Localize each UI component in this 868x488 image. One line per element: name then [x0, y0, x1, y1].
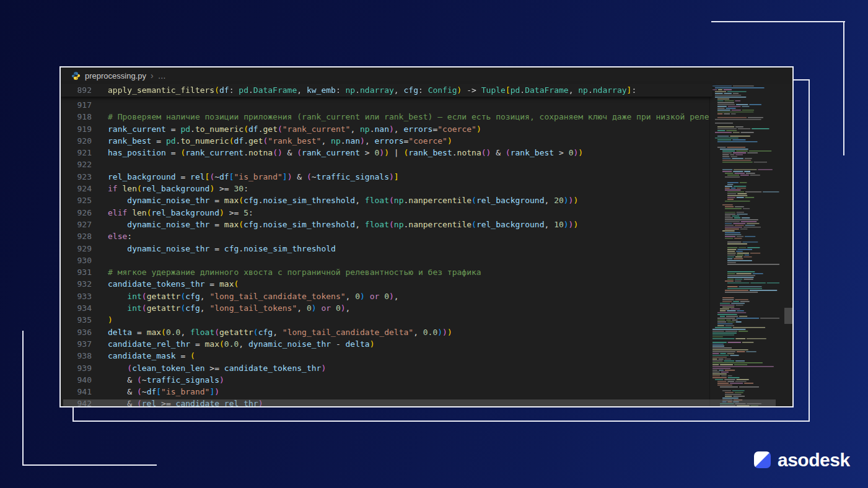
code-line[interactable]: 921has_position = (rank_current.notna() … [61, 147, 710, 159]
code-line-text: rel_background = rel[(~df["is_brand"]) &… [108, 171, 399, 183]
python-file-icon [71, 71, 81, 81]
code-line[interactable]: 933 int(getattr(cfg, "long_tail_candidat… [61, 290, 710, 302]
line-number[interactable]: 926 [61, 207, 108, 219]
line-number[interactable]: 917 [61, 99, 108, 111]
line-number[interactable]: 941 [61, 386, 108, 398]
line-number[interactable]: 922 [61, 159, 108, 170]
line-number[interactable]: 940 [61, 374, 108, 386]
line-number[interactable]: 930 [61, 255, 108, 266]
line-number[interactable]: 937 [61, 338, 108, 350]
code-line-text: dynamic_noise_thr = max(cfg.noise_sim_th… [108, 219, 578, 230]
code-line[interactable]: 937candidate_rel_thr = max(0.0, dynamic_… [61, 338, 710, 350]
code-line-text: dynamic_noise_thr = max(cfg.noise_sim_th… [108, 194, 578, 206]
code-line-text: candidate_tokens_thr = max( [108, 278, 239, 290]
code-editor-window: preprocessing.py › … 892 apply_semantic_… [59, 66, 794, 407]
code-line[interactable]: 935) [61, 314, 710, 326]
code-line[interactable]: 934 int(getattr(cfg, "long_tail_tokens",… [61, 302, 710, 314]
code-line-text: dynamic_noise_thr = cfg.noise_sim_thresh… [108, 243, 336, 255]
decorative-line-bottom-left-vertical [22, 331, 24, 466]
asodesk-logo: asodesk [754, 451, 850, 468]
code-line[interactable]: 938candidate_mask = ( [61, 350, 710, 362]
page-background: preprocessing.py › … 892 apply_semantic_… [0, 0, 868, 488]
code-line[interactable]: 923rel_background = rel[(~df["is_brand"]… [61, 171, 710, 183]
line-number[interactable]: 931 [61, 266, 108, 278]
line-number[interactable]: 892 [61, 84, 108, 97]
line-number[interactable]: 925 [61, 194, 108, 206]
code-line[interactable]: 926elif len(rel_background) >= 5: [61, 207, 710, 219]
code-line[interactable]: 939 (clean_token_len >= candidate_tokens… [61, 362, 710, 374]
code-line-text: if len(rel_background) >= 30: [108, 183, 248, 194]
code-line-text: (clean_token_len >= candidate_tokens_thr… [108, 362, 326, 374]
code-line-text: rank_current = pd.to_numeric(df.get("ran… [108, 123, 481, 135]
code-line-text: # мягкое удержание длинного хвоста с пог… [108, 266, 481, 278]
vertical-scrollbar-thumb[interactable] [784, 308, 792, 324]
decorative-line-bottom-left-horizontal [22, 464, 157, 466]
line-number[interactable]: 934 [61, 302, 108, 314]
line-number[interactable]: 927 [61, 219, 108, 230]
code-line-text: else: [108, 230, 132, 242]
chevron-right-icon: › [151, 71, 154, 81]
line-number[interactable]: 919 [61, 123, 108, 135]
line-number[interactable]: 918 [61, 111, 108, 123]
code-line[interactable]: 941 & (~df["is_brand"]) [61, 386, 710, 398]
code-line[interactable]: 924if len(rel_background) >= 30: [61, 183, 710, 194]
line-number[interactable]: 921 [61, 147, 108, 159]
code-line[interactable]: 919rank_current = pd.to_numeric(df.get("… [61, 123, 710, 135]
code-line[interactable]: 931# мягкое удержание длинного хвоста с … [61, 266, 710, 278]
code-line[interactable]: 932candidate_tokens_thr = max( [61, 278, 710, 290]
code-line[interactable]: 928else: [61, 230, 710, 242]
code-line-text: # Проверяем наличие позиции приложения (… [108, 111, 710, 123]
code-line[interactable]: 927 dynamic_noise_thr = max(cfg.noise_si… [61, 219, 710, 230]
asodesk-logo-icon [754, 451, 771, 468]
code-line[interactable]: 920rank_best = pd.to_numeric(df.get("ran… [61, 135, 710, 147]
code-line[interactable]: 930 [61, 255, 710, 266]
code-line-text: ) [108, 314, 113, 326]
decorative-line-top-right-vertical [843, 21, 844, 155]
horizontal-scrollbar-thumb[interactable] [63, 399, 776, 406]
code-line-text: int(getattr(cfg, "long_tail_tokens", 0) … [108, 302, 350, 314]
line-number[interactable]: 920 [61, 135, 108, 147]
code-line-text: int(getattr(cfg, "long_tail_candidate_to… [108, 290, 399, 302]
code-line[interactable]: 925 dynamic_noise_thr = max(cfg.noise_si… [61, 194, 710, 206]
code-line[interactable]: 917 [61, 99, 710, 111]
code-line-text: candidate_mask = ( [108, 350, 195, 362]
breadcrumb-ellipsis[interactable]: … [158, 71, 167, 81]
line-number[interactable]: 924 [61, 183, 108, 194]
code-line[interactable]: 940 & (~traffic_signals) [61, 374, 710, 386]
line-number[interactable]: 928 [61, 230, 108, 242]
line-number[interactable]: 936 [61, 326, 108, 338]
line-number[interactable]: 932 [61, 278, 108, 290]
code-line[interactable]: 922 [61, 159, 710, 170]
line-number[interactable]: 929 [61, 243, 108, 255]
minimap[interactable] [709, 84, 784, 407]
code-line-text: rank_best = pd.to_numeric(df.get("rank_b… [108, 135, 452, 147]
sticky-line-tokens: apply_semantic_filters(df: pd.DataFrame,… [108, 84, 636, 97]
line-number[interactable]: 933 [61, 290, 108, 302]
code-line[interactable]: 929 dynamic_noise_thr = cfg.noise_sim_th… [61, 243, 710, 255]
code-line-text: & (~traffic_signals) [108, 374, 224, 386]
breadcrumb-filename[interactable]: preprocessing.py [85, 71, 146, 81]
line-number[interactable]: 938 [61, 350, 108, 362]
decorative-line-top-right-horizontal [711, 21, 845, 22]
asodesk-logo-text: asodesk [778, 451, 850, 468]
code-line-text: candidate_rel_thr = max(0.0, dynamic_noi… [108, 338, 375, 350]
breadcrumb[interactable]: preprocessing.py › … [61, 68, 792, 84]
sticky-scroll-line[interactable]: 892 apply_semantic_filters(df: pd.DataFr… [61, 84, 712, 97]
code-line-text: delta = max(0.0, float(getattr(cfg, "lon… [108, 326, 452, 338]
code-lines[interactable]: 917918# Проверяем наличие позиции прилож… [61, 97, 710, 406]
code-line[interactable]: 936delta = max(0.0, float(getattr(cfg, "… [61, 326, 710, 338]
code-line-text: has_position = (rank_current.notna() & (… [108, 147, 583, 159]
line-number[interactable]: 939 [61, 362, 108, 374]
code-line-text: elif len(rel_background) >= 5: [108, 207, 253, 219]
code-line-text: & (~df["is_brand"]) [108, 386, 219, 398]
line-number[interactable]: 923 [61, 171, 108, 183]
line-number[interactable]: 935 [61, 314, 108, 326]
code-line[interactable]: 918# Проверяем наличие позиции приложени… [61, 111, 710, 123]
